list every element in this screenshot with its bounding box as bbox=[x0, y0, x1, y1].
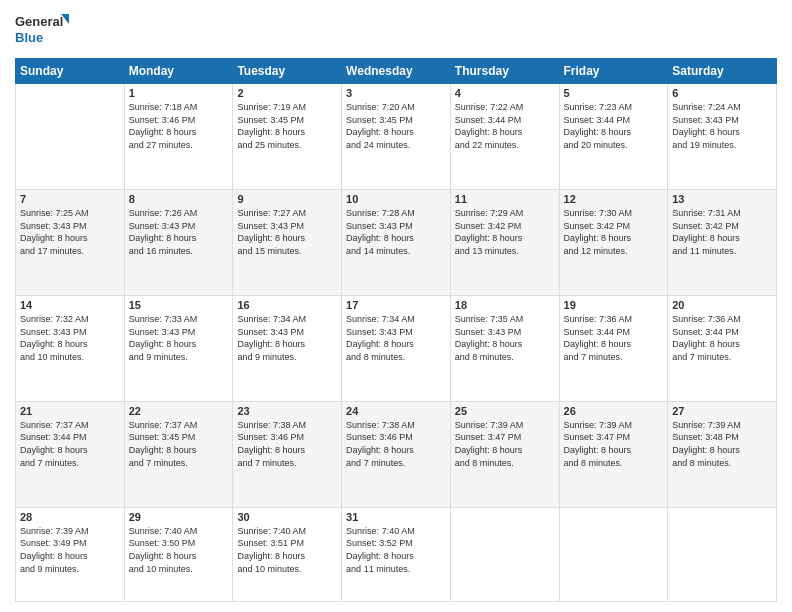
weekday-header-sunday: Sunday bbox=[16, 59, 125, 84]
day-info: Sunrise: 7:40 AM Sunset: 3:50 PM Dayligh… bbox=[129, 525, 229, 575]
calendar-cell bbox=[559, 507, 668, 601]
day-info: Sunrise: 7:37 AM Sunset: 3:44 PM Dayligh… bbox=[20, 419, 120, 469]
calendar-cell: 11Sunrise: 7:29 AM Sunset: 3:42 PM Dayli… bbox=[450, 189, 559, 295]
day-number: 1 bbox=[129, 87, 229, 99]
day-info: Sunrise: 7:39 AM Sunset: 3:49 PM Dayligh… bbox=[20, 525, 120, 575]
day-number: 16 bbox=[237, 299, 337, 311]
day-info: Sunrise: 7:39 AM Sunset: 3:47 PM Dayligh… bbox=[455, 419, 555, 469]
day-number: 14 bbox=[20, 299, 120, 311]
header: General Blue bbox=[15, 10, 777, 50]
day-info: Sunrise: 7:30 AM Sunset: 3:42 PM Dayligh… bbox=[564, 207, 664, 257]
calendar-container: General Blue SundayMondayTuesdayWednesda… bbox=[0, 0, 792, 612]
logo-svg: General Blue bbox=[15, 10, 70, 50]
day-info: Sunrise: 7:36 AM Sunset: 3:44 PM Dayligh… bbox=[564, 313, 664, 363]
calendar-cell: 24Sunrise: 7:38 AM Sunset: 3:46 PM Dayli… bbox=[342, 401, 451, 507]
day-info: Sunrise: 7:29 AM Sunset: 3:42 PM Dayligh… bbox=[455, 207, 555, 257]
day-number: 23 bbox=[237, 405, 337, 417]
calendar-cell: 27Sunrise: 7:39 AM Sunset: 3:48 PM Dayli… bbox=[668, 401, 777, 507]
calendar-week-row: 1Sunrise: 7:18 AM Sunset: 3:46 PM Daylig… bbox=[16, 84, 777, 190]
day-number: 22 bbox=[129, 405, 229, 417]
svg-text:Blue: Blue bbox=[15, 30, 43, 45]
calendar-cell: 28Sunrise: 7:39 AM Sunset: 3:49 PM Dayli… bbox=[16, 507, 125, 601]
day-info: Sunrise: 7:33 AM Sunset: 3:43 PM Dayligh… bbox=[129, 313, 229, 363]
day-info: Sunrise: 7:34 AM Sunset: 3:43 PM Dayligh… bbox=[237, 313, 337, 363]
weekday-header-tuesday: Tuesday bbox=[233, 59, 342, 84]
calendar-cell: 12Sunrise: 7:30 AM Sunset: 3:42 PM Dayli… bbox=[559, 189, 668, 295]
calendar-week-row: 7Sunrise: 7:25 AM Sunset: 3:43 PM Daylig… bbox=[16, 189, 777, 295]
calendar-cell: 29Sunrise: 7:40 AM Sunset: 3:50 PM Dayli… bbox=[124, 507, 233, 601]
calendar-cell: 9Sunrise: 7:27 AM Sunset: 3:43 PM Daylig… bbox=[233, 189, 342, 295]
day-info: Sunrise: 7:18 AM Sunset: 3:46 PM Dayligh… bbox=[129, 101, 229, 151]
day-number: 19 bbox=[564, 299, 664, 311]
calendar-week-row: 21Sunrise: 7:37 AM Sunset: 3:44 PM Dayli… bbox=[16, 401, 777, 507]
day-number: 5 bbox=[564, 87, 664, 99]
day-number: 6 bbox=[672, 87, 772, 99]
weekday-header-monday: Monday bbox=[124, 59, 233, 84]
calendar-cell: 21Sunrise: 7:37 AM Sunset: 3:44 PM Dayli… bbox=[16, 401, 125, 507]
day-info: Sunrise: 7:40 AM Sunset: 3:51 PM Dayligh… bbox=[237, 525, 337, 575]
calendar-cell: 25Sunrise: 7:39 AM Sunset: 3:47 PM Dayli… bbox=[450, 401, 559, 507]
day-number: 7 bbox=[20, 193, 120, 205]
weekday-header-row: SundayMondayTuesdayWednesdayThursdayFrid… bbox=[16, 59, 777, 84]
calendar-cell: 1Sunrise: 7:18 AM Sunset: 3:46 PM Daylig… bbox=[124, 84, 233, 190]
day-info: Sunrise: 7:37 AM Sunset: 3:45 PM Dayligh… bbox=[129, 419, 229, 469]
calendar-cell: 8Sunrise: 7:26 AM Sunset: 3:43 PM Daylig… bbox=[124, 189, 233, 295]
day-info: Sunrise: 7:20 AM Sunset: 3:45 PM Dayligh… bbox=[346, 101, 446, 151]
day-info: Sunrise: 7:24 AM Sunset: 3:43 PM Dayligh… bbox=[672, 101, 772, 151]
logo: General Blue bbox=[15, 10, 70, 50]
calendar-cell: 23Sunrise: 7:38 AM Sunset: 3:46 PM Dayli… bbox=[233, 401, 342, 507]
weekday-header-friday: Friday bbox=[559, 59, 668, 84]
calendar-cell: 20Sunrise: 7:36 AM Sunset: 3:44 PM Dayli… bbox=[668, 295, 777, 401]
weekday-header-thursday: Thursday bbox=[450, 59, 559, 84]
calendar-cell: 19Sunrise: 7:36 AM Sunset: 3:44 PM Dayli… bbox=[559, 295, 668, 401]
weekday-header-wednesday: Wednesday bbox=[342, 59, 451, 84]
day-info: Sunrise: 7:25 AM Sunset: 3:43 PM Dayligh… bbox=[20, 207, 120, 257]
calendar-cell: 17Sunrise: 7:34 AM Sunset: 3:43 PM Dayli… bbox=[342, 295, 451, 401]
day-number: 28 bbox=[20, 511, 120, 523]
day-info: Sunrise: 7:35 AM Sunset: 3:43 PM Dayligh… bbox=[455, 313, 555, 363]
day-info: Sunrise: 7:26 AM Sunset: 3:43 PM Dayligh… bbox=[129, 207, 229, 257]
calendar-cell: 31Sunrise: 7:40 AM Sunset: 3:52 PM Dayli… bbox=[342, 507, 451, 601]
calendar-cell: 22Sunrise: 7:37 AM Sunset: 3:45 PM Dayli… bbox=[124, 401, 233, 507]
calendar-cell: 7Sunrise: 7:25 AM Sunset: 3:43 PM Daylig… bbox=[16, 189, 125, 295]
day-info: Sunrise: 7:39 AM Sunset: 3:48 PM Dayligh… bbox=[672, 419, 772, 469]
calendar-cell: 16Sunrise: 7:34 AM Sunset: 3:43 PM Dayli… bbox=[233, 295, 342, 401]
day-number: 31 bbox=[346, 511, 446, 523]
calendar-cell: 5Sunrise: 7:23 AM Sunset: 3:44 PM Daylig… bbox=[559, 84, 668, 190]
day-info: Sunrise: 7:19 AM Sunset: 3:45 PM Dayligh… bbox=[237, 101, 337, 151]
day-number: 11 bbox=[455, 193, 555, 205]
day-number: 3 bbox=[346, 87, 446, 99]
calendar-table: SundayMondayTuesdayWednesdayThursdayFrid… bbox=[15, 58, 777, 602]
calendar-cell: 18Sunrise: 7:35 AM Sunset: 3:43 PM Dayli… bbox=[450, 295, 559, 401]
day-number: 9 bbox=[237, 193, 337, 205]
day-info: Sunrise: 7:27 AM Sunset: 3:43 PM Dayligh… bbox=[237, 207, 337, 257]
weekday-header-saturday: Saturday bbox=[668, 59, 777, 84]
day-number: 20 bbox=[672, 299, 772, 311]
calendar-cell: 6Sunrise: 7:24 AM Sunset: 3:43 PM Daylig… bbox=[668, 84, 777, 190]
day-number: 13 bbox=[672, 193, 772, 205]
day-number: 21 bbox=[20, 405, 120, 417]
day-number: 26 bbox=[564, 405, 664, 417]
calendar-cell bbox=[668, 507, 777, 601]
calendar-cell: 14Sunrise: 7:32 AM Sunset: 3:43 PM Dayli… bbox=[16, 295, 125, 401]
calendar-week-row: 28Sunrise: 7:39 AM Sunset: 3:49 PM Dayli… bbox=[16, 507, 777, 601]
calendar-cell bbox=[450, 507, 559, 601]
day-number: 18 bbox=[455, 299, 555, 311]
svg-text:General: General bbox=[15, 14, 63, 29]
calendar-week-row: 14Sunrise: 7:32 AM Sunset: 3:43 PM Dayli… bbox=[16, 295, 777, 401]
calendar-cell: 26Sunrise: 7:39 AM Sunset: 3:47 PM Dayli… bbox=[559, 401, 668, 507]
day-info: Sunrise: 7:22 AM Sunset: 3:44 PM Dayligh… bbox=[455, 101, 555, 151]
day-info: Sunrise: 7:36 AM Sunset: 3:44 PM Dayligh… bbox=[672, 313, 772, 363]
day-number: 4 bbox=[455, 87, 555, 99]
calendar-cell: 13Sunrise: 7:31 AM Sunset: 3:42 PM Dayli… bbox=[668, 189, 777, 295]
calendar-cell: 10Sunrise: 7:28 AM Sunset: 3:43 PM Dayli… bbox=[342, 189, 451, 295]
day-number: 27 bbox=[672, 405, 772, 417]
day-info: Sunrise: 7:39 AM Sunset: 3:47 PM Dayligh… bbox=[564, 419, 664, 469]
day-number: 12 bbox=[564, 193, 664, 205]
day-info: Sunrise: 7:34 AM Sunset: 3:43 PM Dayligh… bbox=[346, 313, 446, 363]
calendar-cell: 30Sunrise: 7:40 AM Sunset: 3:51 PM Dayli… bbox=[233, 507, 342, 601]
day-info: Sunrise: 7:32 AM Sunset: 3:43 PM Dayligh… bbox=[20, 313, 120, 363]
calendar-cell: 15Sunrise: 7:33 AM Sunset: 3:43 PM Dayli… bbox=[124, 295, 233, 401]
day-number: 24 bbox=[346, 405, 446, 417]
day-number: 30 bbox=[237, 511, 337, 523]
